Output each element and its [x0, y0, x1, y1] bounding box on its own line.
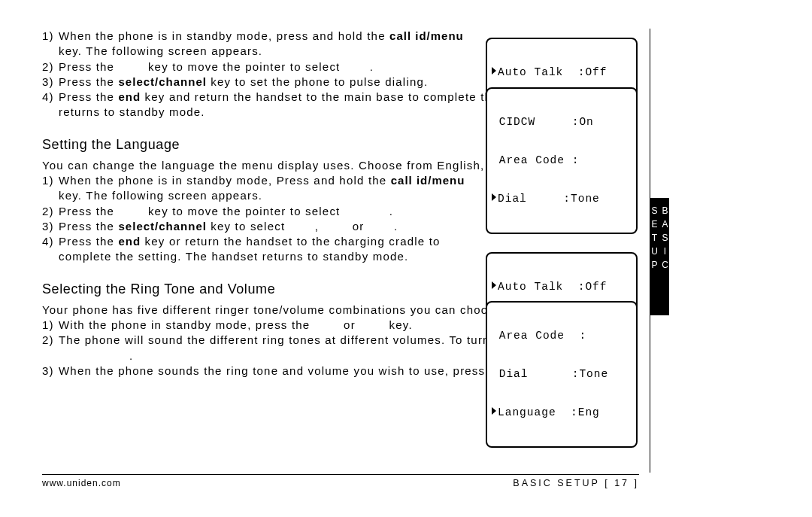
lcd-screen: CIDCW :On Area Code : Dial :Tone — [486, 87, 638, 234]
step-text: Press the end key or return the handset … — [59, 234, 480, 265]
lcd-screen: Area Code : Dial :Tone Language :Eng — [486, 301, 638, 448]
footer-page: BASIC SETUP [ 17 ] — [513, 478, 639, 488]
step-text: Press the key to move the pointer to sel… — [59, 59, 480, 75]
pointer-icon — [492, 67, 496, 75]
step-num: 3) — [42, 363, 59, 379]
step-num: 2) — [42, 333, 59, 363]
step-num: 2) — [42, 204, 59, 219]
step-text: When the phone is in standby mode, press… — [59, 29, 480, 59]
footer: www.uniden.com BASIC SETUP [ 17 ] — [42, 474, 639, 488]
step-num: 1) — [42, 173, 59, 204]
step-num: 2) — [42, 59, 59, 75]
step-num: 3) — [42, 219, 59, 234]
footer-url: www.uniden.com — [42, 478, 121, 488]
step-text: Press the select/channel key to set the … — [59, 75, 480, 90]
step-num: 1) — [42, 29, 59, 59]
side-tab: BASIC SETUP — [650, 198, 669, 315]
pointer-icon — [492, 281, 496, 289]
pointer-icon — [492, 407, 496, 415]
step-num: 1) — [42, 318, 59, 333]
pointer-icon — [492, 193, 496, 201]
step-num: 4) — [42, 234, 59, 265]
step-text: When the phone is in standby mode, Press… — [59, 173, 480, 204]
step-num: 4) — [42, 90, 59, 120]
step-text: Press the key to move the pointer to sel… — [59, 204, 480, 219]
step-text: Press the select/channel key to select ,… — [59, 219, 480, 234]
step-num: 3) — [42, 75, 59, 90]
manual-page: 1) When the phone is in standby mode, pr… — [0, 0, 812, 517]
